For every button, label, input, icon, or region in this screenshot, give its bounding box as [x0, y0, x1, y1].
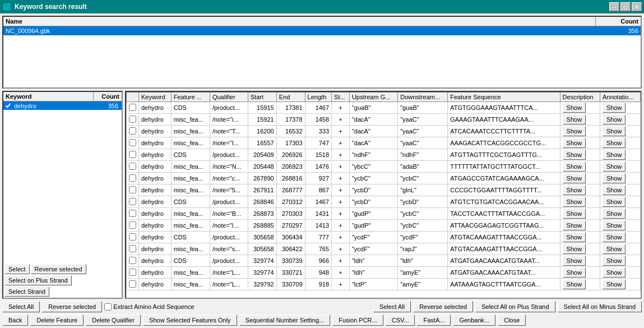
genbank-button[interactable]: Genbank...	[453, 315, 495, 326]
extract-amino-checkbox-label[interactable]: Extract Amino Acid Sequence	[104, 303, 194, 311]
table-row[interactable]: dehydro misc_fea... /note="l... 268885 2…	[127, 220, 641, 232]
row-annot[interactable]: Show	[600, 102, 640, 114]
back-button[interactable]: Back	[2, 315, 28, 326]
row-desc[interactable]: Show	[560, 184, 600, 196]
table-row[interactable]: dehydro CDS /product... 205409 206926 15…	[127, 149, 641, 161]
table-row[interactable]: dehydro misc_fea... /note="L... 329774 3…	[127, 267, 641, 279]
select-on-plus-strand-button[interactable]: Select on Plus Strand	[4, 275, 72, 285]
row-checkbox[interactable]	[129, 139, 136, 146]
table-row[interactable]: dehydro CDS /product... 329774 330739 96…	[127, 255, 641, 267]
row-checkbox-cell[interactable]	[127, 267, 139, 279]
fusion-pcr-button[interactable]: Fusion PCR...	[332, 315, 383, 326]
row-checkbox-cell[interactable]	[127, 232, 139, 243]
maximize-button[interactable]: □	[620, 2, 631, 11]
row-desc[interactable]: Show	[560, 102, 600, 114]
table-row[interactable]: dehydro CDS /product... 268846 270312 14…	[127, 196, 641, 208]
row-checkbox[interactable]	[129, 104, 136, 111]
show-selected-features-button[interactable]: Show Selected Features Only	[143, 315, 237, 326]
row-checkbox-cell[interactable]	[127, 208, 139, 220]
row-checkbox-cell[interactable]	[127, 149, 139, 161]
row-desc[interactable]: Show	[560, 161, 600, 173]
row-desc[interactable]: Show	[560, 126, 600, 137]
row-checkbox[interactable]	[129, 198, 136, 205]
row-desc[interactable]: Show	[560, 137, 600, 149]
row-annot[interactable]: Show	[600, 126, 640, 137]
reverse-selected-left-btn[interactable]: Reverse selected	[42, 301, 102, 312]
row-checkbox-cell[interactable]	[127, 220, 139, 232]
row-annot[interactable]: Show	[600, 255, 640, 267]
row-checkbox-cell[interactable]	[127, 243, 139, 255]
table-row[interactable]: dehydro misc_fea... /note="T... 16200 16…	[127, 126, 641, 137]
table-row[interactable]: dehydro misc_fea... /note="I... 16557 17…	[127, 137, 641, 149]
row-desc[interactable]: Show	[560, 255, 600, 267]
row-checkbox[interactable]	[129, 186, 136, 193]
select-all-plus-strand-button[interactable]: Select All on Plus Strand	[475, 301, 555, 312]
row-checkbox[interactable]	[129, 151, 136, 158]
row-desc[interactable]: Show	[560, 220, 600, 232]
select-left-button[interactable]: Select	[4, 264, 30, 274]
table-scroll-area[interactable]: Keyword Feature ... Qualifier Start End …	[126, 92, 641, 298]
row-annot[interactable]: Show	[600, 267, 640, 279]
row-annot[interactable]: Show	[600, 184, 640, 196]
extract-amino-checkbox[interactable]	[104, 303, 112, 311]
row-desc[interactable]: Show	[560, 232, 600, 243]
row-checkbox[interactable]	[129, 174, 136, 182]
row-desc[interactable]: Show	[560, 114, 600, 126]
table-row[interactable]: dehydro misc_fea... /note="L... 329792 3…	[127, 279, 641, 290]
table-row[interactable]: dehydro misc_fea... /note="5... 267911 2…	[127, 184, 641, 196]
row-checkbox[interactable]	[129, 233, 136, 241]
delete-qualifier-button[interactable]: Delete Qualifier	[86, 315, 141, 326]
row-checkbox[interactable]	[129, 127, 136, 135]
row-checkbox-cell[interactable]	[127, 196, 139, 208]
row-annot[interactable]: Show	[600, 149, 640, 161]
row-annot[interactable]: Show	[600, 161, 640, 173]
row-desc[interactable]: Show	[560, 279, 600, 290]
reverse-selected-left-button[interactable]: Reverse selected	[31, 264, 86, 274]
row-checkbox-cell[interactable]	[127, 114, 139, 126]
row-checkbox[interactable]	[129, 221, 136, 229]
row-annot[interactable]: Show	[600, 137, 640, 149]
sequential-number-button[interactable]: Sequential Number Setting...	[239, 315, 331, 326]
table-row[interactable]: dehydro misc_fea... /note="i... 15921 17…	[127, 114, 641, 126]
keyword-checkbox[interactable]	[4, 102, 12, 109]
row-desc[interactable]: Show	[560, 243, 600, 255]
row-annot[interactable]: Show	[600, 243, 640, 255]
row-checkbox-cell[interactable]	[127, 184, 139, 196]
row-checkbox[interactable]	[129, 280, 136, 288]
row-checkbox-cell[interactable]	[127, 102, 139, 114]
row-checkbox[interactable]	[129, 163, 136, 170]
minimize-button[interactable]: –	[609, 2, 619, 11]
select-all-right-button[interactable]: Select All	[373, 301, 411, 312]
table-row[interactable]: dehydro misc_fea... /note="c... 267890 2…	[127, 173, 641, 184]
csv-button[interactable]: CSV...	[386, 315, 415, 326]
close-button[interactable]: ✕	[632, 2, 642, 11]
row-annot[interactable]: Show	[600, 114, 640, 126]
row-checkbox[interactable]	[129, 257, 136, 264]
table-row[interactable]: dehydro misc_fea... /note="s... 305658 3…	[127, 243, 641, 255]
reverse-selected-right-btn[interactable]: Reverse selected	[413, 301, 473, 312]
row-checkbox[interactable]	[129, 210, 136, 217]
row-desc[interactable]: Show	[560, 267, 600, 279]
row-desc[interactable]: Show	[560, 196, 600, 208]
row-annot[interactable]: Show	[600, 196, 640, 208]
keyword-row[interactable]: dehydro 356	[3, 101, 122, 110]
row-desc[interactable]: Show	[560, 173, 600, 184]
row-annot[interactable]: Show	[600, 279, 640, 290]
row-annot[interactable]: Show	[600, 232, 640, 243]
row-checkbox[interactable]	[129, 245, 136, 252]
row-annot[interactable]: Show	[600, 220, 640, 232]
file-row[interactable]: NC_000964.gbk 356	[3, 26, 641, 35]
row-desc[interactable]: Show	[560, 208, 600, 220]
select-all-left-button[interactable]: Select All	[2, 301, 40, 312]
table-row[interactable]: dehydro CDS /product... 305658 306434 77…	[127, 232, 641, 243]
row-checkbox-cell[interactable]	[127, 255, 139, 267]
select-strand-button[interactable]: Select Strand	[4, 287, 49, 297]
table-row[interactable]: dehydro misc_fea... /note="N... 205448 2…	[127, 161, 641, 173]
row-checkbox-cell[interactable]	[127, 161, 139, 173]
table-row[interactable]: dehydro CDS /product... 15915 17381 1467…	[127, 102, 641, 114]
row-checkbox-cell[interactable]	[127, 137, 139, 149]
close-button-bottom[interactable]: Close	[498, 315, 526, 326]
row-checkbox-cell[interactable]	[127, 173, 139, 184]
fasta-button[interactable]: FastA...	[417, 315, 451, 326]
select-all-minus-strand-button[interactable]: Select All on Minus Strand	[558, 301, 642, 312]
